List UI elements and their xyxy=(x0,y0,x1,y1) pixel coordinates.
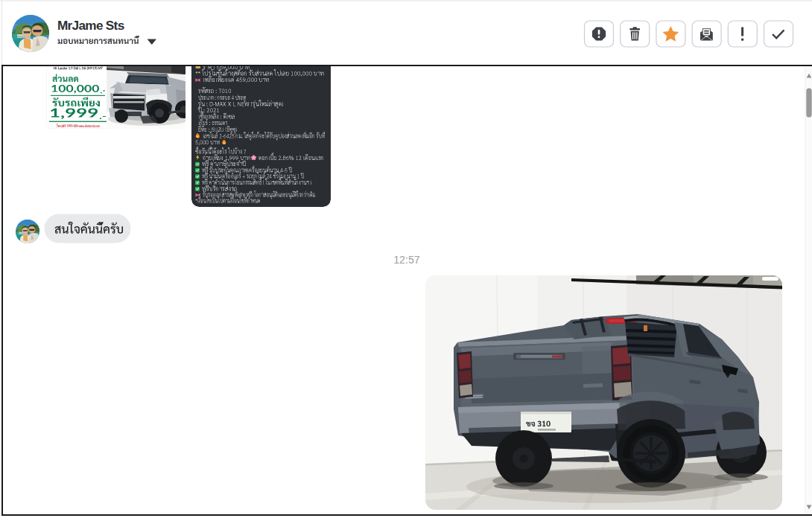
svg-text:12:57: 12:57 xyxy=(393,254,420,266)
svg-text:MrJame Sts: MrJame Sts xyxy=(57,18,124,33)
